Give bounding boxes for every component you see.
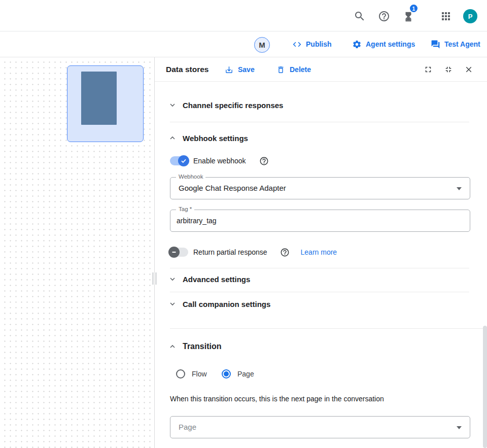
check-icon: [181, 158, 187, 164]
divider: [170, 268, 469, 268]
gear-icon: [352, 40, 362, 49]
panel-title: Data stores: [166, 57, 208, 82]
enable-webhook-toggle[interactable]: [170, 156, 188, 165]
flow-version-avatar[interactable]: M: [254, 37, 270, 53]
exit-fullscreen-icon[interactable]: [444, 65, 453, 74]
search-icon[interactable]: [354, 10, 366, 22]
dropdown-caret-icon: [457, 426, 462, 429]
chevron-up-icon: [169, 343, 176, 350]
delete-label: Delete: [290, 65, 311, 74]
toggle-thumb: [168, 247, 180, 258]
panel-header: Data stores Save Delete: [155, 57, 487, 82]
section-advanced-settings[interactable]: Advanced settings: [169, 271, 250, 287]
toggle-thumb: [178, 155, 189, 166]
page-select-placeholder: Page: [179, 417, 196, 438]
radio-flow[interactable]: Flow: [176, 369, 207, 378]
divider: [170, 292, 469, 292]
chevron-down-icon: [169, 101, 176, 109]
data-stores-panel: Data stores Save Delete Channel specific: [154, 57, 487, 448]
user-avatar[interactable]: P: [463, 9, 477, 23]
chevron-down-icon: [169, 275, 176, 283]
help-icon[interactable]: [378, 10, 390, 22]
radio-circle-icon: [176, 369, 185, 378]
help-icon[interactable]: [259, 156, 269, 166]
section-transition[interactable]: Transition: [169, 339, 221, 354]
test-agent-button[interactable]: Test Agent: [431, 31, 480, 57]
panel-scrollbar[interactable]: [483, 326, 487, 448]
chevron-up-icon: [169, 134, 176, 142]
section-title: Call companion settings: [183, 300, 270, 308]
notification-badge: 1: [409, 4, 419, 13]
agent-toolbar: M Publish Agent settings Test Agent: [0, 31, 487, 57]
chevron-down-icon: [169, 300, 176, 307]
app-window: 1 P M Publish Agent settings Test Agent …: [0, 0, 487, 448]
trash-icon: [276, 65, 285, 74]
agent-settings-button[interactable]: Agent settings: [352, 31, 415, 57]
partial-response-label: Return partial response: [193, 248, 267, 256]
transition-helper-text: When this transition occurs, this is the…: [170, 395, 384, 403]
webhook-select-value: Google Chat Response Adapter: [179, 178, 286, 199]
section-title: Channel specific responses: [183, 101, 283, 110]
enable-webhook-row: Enable webhook: [170, 153, 269, 168]
partial-response-toggle[interactable]: [170, 248, 188, 257]
radio-label: Page: [237, 370, 254, 378]
section-title: Advanced settings: [183, 275, 250, 284]
agent-settings-label: Agent settings: [366, 40, 415, 48]
tag-input[interactable]: Tag * arbitrary_tag: [170, 210, 470, 232]
learn-more-link[interactable]: Learn more: [301, 248, 337, 256]
flow-canvas[interactable]: [0, 57, 154, 448]
section-webhook-settings[interactable]: Webhook settings: [169, 130, 248, 146]
apps-grid-icon[interactable]: [440, 10, 452, 22]
flow-node-preview: [81, 72, 117, 125]
publish-button[interactable]: Publish: [292, 31, 332, 57]
section-call-companion-settings[interactable]: Call companion settings: [169, 296, 270, 312]
close-icon[interactable]: [464, 65, 473, 74]
test-agent-label: Test Agent: [444, 40, 480, 48]
save-button[interactable]: Save: [225, 57, 255, 82]
flow-node-card[interactable]: [67, 65, 144, 142]
webhook-select[interactable]: Webhook Google Chat Response Adapter: [170, 177, 470, 199]
partial-response-row: Return partial response Learn more: [170, 245, 337, 260]
section-channel-specific-responses[interactable]: Channel specific responses: [169, 97, 283, 113]
section-title: Transition: [183, 342, 221, 351]
radio-page[interactable]: Page: [222, 369, 254, 378]
minus-icon: [171, 249, 177, 255]
dropdown-caret-icon: [457, 187, 462, 190]
chat-icon: [431, 40, 440, 49]
panel-resize-handle[interactable]: [153, 272, 156, 285]
publish-label: Publish: [306, 40, 332, 48]
section-title: Webhook settings: [183, 134, 248, 143]
top-app-bar: 1 P: [0, 0, 487, 31]
help-icon[interactable]: [280, 248, 290, 257]
fullscreen-icon[interactable]: [424, 65, 433, 74]
radio-label: Flow: [192, 370, 207, 378]
tag-input-value: arbitrary_tag: [177, 210, 217, 231]
radio-circle-selected-icon: [222, 369, 231, 378]
save-icon: [225, 65, 233, 74]
code-icon: [292, 40, 302, 49]
save-label: Save: [238, 65, 255, 74]
enable-webhook-label: Enable webhook: [193, 157, 246, 165]
page-select[interactable]: Page: [170, 416, 470, 438]
delete-button[interactable]: Delete: [276, 57, 311, 82]
divider: [170, 122, 469, 122]
section-divider: [170, 328, 483, 329]
